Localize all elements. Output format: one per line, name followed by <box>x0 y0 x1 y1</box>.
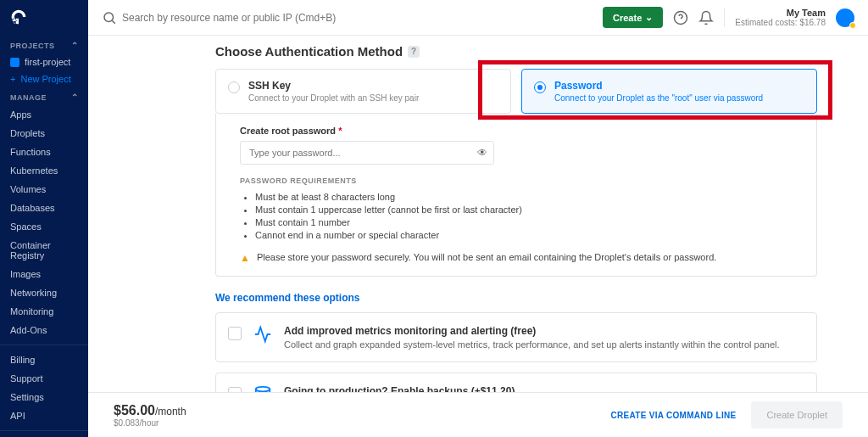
sidebar-item-billing[interactable]: Billing <box>0 350 88 369</box>
auth-option-password[interactable]: Password Connect to your Droplet as the … <box>521 69 817 114</box>
warning-text: Please store your password securely. You… <box>257 252 716 262</box>
new-project-button[interactable]: + New Project <box>0 70 88 87</box>
password-label-text: Create root password <box>240 126 336 136</box>
create-droplet-button[interactable]: Create Droplet <box>751 401 843 429</box>
auth-option-ssh[interactable]: SSH Key Connect to your Droplet with an … <box>215 69 511 114</box>
manage-label: MANAGE <box>10 93 47 102</box>
price-value: $56.00 <box>114 403 155 417</box>
help-icon[interactable] <box>673 10 688 25</box>
search-icon <box>102 10 117 25</box>
recommend-title: We recommend these options <box>215 292 817 304</box>
sidebar-item-networking[interactable]: Networking <box>0 283 88 302</box>
sidebar-item-addons[interactable]: Add-Ons <box>0 321 88 339</box>
auth-section-title: Choose Authentication Method ? <box>215 44 817 59</box>
project-icon <box>10 58 19 67</box>
digitalocean-logo[interactable] <box>0 0 88 36</box>
metrics-icon <box>253 325 272 344</box>
ssh-desc: Connect to your Droplet with an SSH key … <box>248 93 419 103</box>
team-cost: Estimated costs: $16.78 <box>735 18 826 27</box>
svg-point-0 <box>104 13 114 22</box>
requirement-item: Cannot end in a number or special charac… <box>255 230 793 240</box>
password-desc: Connect to your Droplet as the "root" us… <box>554 93 763 103</box>
password-warning: ▲ Please store your password securely. Y… <box>240 252 793 264</box>
requirement-item: Must contain 1 uppercase letter (cannot … <box>255 204 793 215</box>
chevron-down-icon: ⌄ <box>645 12 653 23</box>
sidebar-item-monitoring[interactable]: Monitoring <box>0 302 88 321</box>
required-asterisk: * <box>338 126 342 136</box>
create-label: Create <box>613 13 642 23</box>
sidebar-item-support[interactable]: Support <box>0 369 88 388</box>
checkbox-metrics[interactable] <box>228 327 242 340</box>
chevron-up-icon: ⌃ <box>71 41 79 50</box>
sidebar-item-spaces[interactable]: Spaces <box>0 217 88 236</box>
help-badge-icon[interactable]: ? <box>408 46 420 58</box>
option-metrics[interactable]: Add improved metrics monitoring and aler… <box>215 312 817 362</box>
sidebar-item-first-project[interactable]: first-project <box>0 53 88 70</box>
new-project-label: New Project <box>20 74 70 84</box>
password-title: Password <box>554 80 763 92</box>
requirements-list: Must be at least 8 characters long Must … <box>240 192 793 240</box>
bell-icon[interactable] <box>698 10 714 25</box>
price-block: $56.00/month $0.083/hour <box>114 403 186 428</box>
ssh-title: SSH Key <box>248 80 419 92</box>
avatar[interactable] <box>836 8 854 27</box>
metrics-title: Add improved metrics monitoring and aler… <box>284 325 780 337</box>
project-label: first-project <box>25 57 70 67</box>
warning-icon: ▲ <box>240 252 250 264</box>
projects-section-header[interactable]: PROJECTS ⌃ <box>0 36 88 53</box>
requirement-item: Must be at least 8 characters long <box>255 192 793 202</box>
svg-line-1 <box>112 20 114 23</box>
search-wrap <box>102 10 593 25</box>
team-info[interactable]: My Team Estimated costs: $16.78 <box>724 8 826 27</box>
password-section: Create root password * 👁 PASSWORD REQUIR… <box>215 114 817 277</box>
metrics-desc: Collect and graph expanded system-level … <box>284 339 780 350</box>
password-field-label: Create root password * <box>240 126 793 136</box>
backups-title: Going to production? Enable backups (+$1… <box>284 385 631 392</box>
topbar: Create ⌄ My Team Estimated costs: $16.78 <box>88 0 868 36</box>
auth-title-text: Choose Authentication Method <box>215 44 403 59</box>
password-input-wrap: 👁 <box>240 141 494 165</box>
radio-password[interactable] <box>534 81 546 93</box>
main-area: Create ⌄ My Team Estimated costs: $16.78… <box>88 0 868 437</box>
footer-bar: $56.00/month $0.083/hour CREATE VIA COMM… <box>88 392 868 437</box>
svg-point-4 <box>256 387 270 392</box>
sidebar: PROJECTS ⌃ first-project + New Project M… <box>0 0 88 437</box>
sidebar-item-apps[interactable]: Apps <box>0 105 88 124</box>
team-name: My Team <box>735 8 826 18</box>
chevron-up-icon: ⌃ <box>71 92 79 102</box>
sidebar-item-droplets[interactable]: Droplets <box>0 124 88 143</box>
sidebar-item-volumes[interactable]: Volumes <box>0 180 88 199</box>
sidebar-item-api[interactable]: API <box>0 406 88 425</box>
root-password-input[interactable] <box>240 141 494 165</box>
plus-icon: + <box>10 74 15 84</box>
auth-options: SSH Key Connect to your Droplet with an … <box>215 69 817 114</box>
sidebar-item-images[interactable]: Images <box>0 265 88 283</box>
manage-section-header[interactable]: MANAGE ⌃ <box>0 87 88 105</box>
sidebar-item-container-registry[interactable]: Container Registry <box>0 236 88 265</box>
requirement-item: Must contain 1 number <box>255 217 793 227</box>
sidebar-item-kubernetes[interactable]: Kubernetes <box>0 161 88 180</box>
notification-dot-icon <box>849 22 856 29</box>
price-hourly: $0.083/hour <box>114 418 186 428</box>
content: Choose Authentication Method ? SSH Key C… <box>88 36 868 392</box>
option-backups[interactable]: Going to production? Enable backups (+$1… <box>215 373 817 392</box>
create-via-cli-link[interactable]: CREATE VIA COMMAND LINE <box>610 411 736 420</box>
eye-icon[interactable]: 👁 <box>477 147 487 159</box>
requirements-title: PASSWORD REQUIREMENTS <box>240 176 793 185</box>
sidebar-item-settings[interactable]: Settings <box>0 388 88 406</box>
price-unit: /month <box>155 406 186 417</box>
create-button[interactable]: Create ⌄ <box>603 7 663 28</box>
projects-label: PROJECTS <box>10 42 55 50</box>
search-input[interactable] <box>122 12 593 24</box>
sidebar-item-functions[interactable]: Functions <box>0 143 88 161</box>
backups-icon <box>253 385 272 392</box>
radio-ssh[interactable] <box>228 81 240 93</box>
footer-actions: CREATE VIA COMMAND LINE Create Droplet <box>610 401 843 429</box>
sidebar-item-databases[interactable]: Databases <box>0 199 88 217</box>
